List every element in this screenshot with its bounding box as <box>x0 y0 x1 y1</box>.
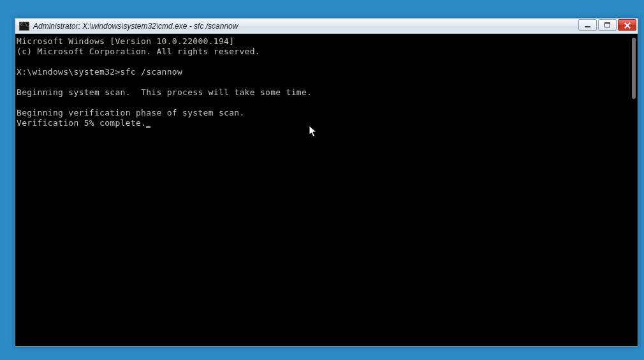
maximize-button[interactable] <box>598 19 617 31</box>
close-icon <box>624 22 631 28</box>
minimize-icon <box>585 26 590 27</box>
console-output: Microsoft Windows [Version 10.0.22000.19… <box>15 34 638 128</box>
cmd-icon <box>19 22 29 31</box>
titlebar[interactable]: Administrator: X:\windows\system32\cmd.e… <box>15 19 638 34</box>
output-line: (c) Microsoft Corporation. All rights re… <box>17 47 260 56</box>
close-button[interactable] <box>618 19 636 31</box>
window-controls <box>578 19 636 33</box>
console-area[interactable]: Microsoft Windows [Version 10.0.22000.19… <box>15 34 638 346</box>
output-line: Beginning system scan. This process will… <box>17 87 312 97</box>
text-cursor <box>146 126 150 128</box>
output-line: Microsoft Windows [Version 10.0.22000.19… <box>17 36 234 46</box>
maximize-icon <box>604 22 610 27</box>
prompt-line: X:\windows\system32>sfc /scannow <box>17 67 182 77</box>
output-line: Beginning verification phase of system s… <box>17 108 245 117</box>
window-title: Administrator: X:\windows\system32\cmd.e… <box>33 22 578 31</box>
minimize-button[interactable] <box>578 19 597 31</box>
scrollbar-thumb[interactable] <box>632 38 636 99</box>
progress-line: Verification 5% complete. <box>17 118 146 128</box>
cmd-window: Administrator: X:\windows\system32\cmd.e… <box>15 18 638 347</box>
